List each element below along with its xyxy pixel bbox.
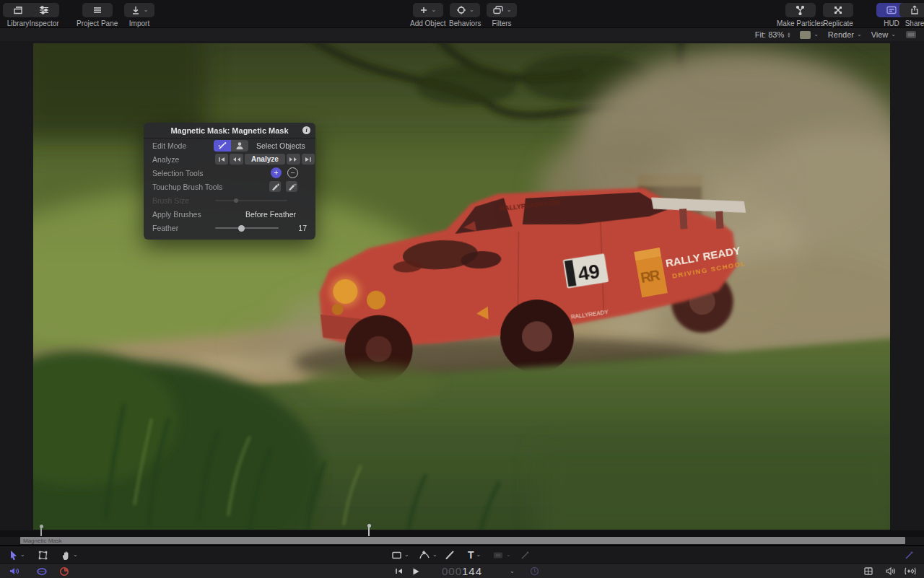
analyze-to-end-button[interactable] bbox=[302, 154, 315, 165]
make-particles-icon bbox=[795, 5, 806, 15]
chevron-down-icon: ⌄ bbox=[507, 7, 512, 13]
frame-display-menu[interactable]: ⌄ bbox=[510, 565, 515, 577]
feather-value: 17 bbox=[298, 224, 307, 232]
text-tool-icon: T bbox=[468, 549, 474, 561]
bezier-tool[interactable]: ⌄ bbox=[419, 548, 437, 561]
rectangle-tool[interactable]: ⌄ bbox=[391, 548, 409, 561]
show-timeline-toggle[interactable] bbox=[863, 565, 873, 577]
magnetic-mask-wand-icon bbox=[520, 551, 530, 560]
behaviors-gear-icon bbox=[456, 5, 466, 15]
audio-toggle[interactable] bbox=[9, 565, 19, 577]
render-label: Render bbox=[828, 30, 854, 39]
apply-brushes-popup[interactable]: Before Feather bbox=[245, 210, 296, 219]
hud-row-brush-size: Brush Size bbox=[144, 193, 315, 207]
zoom-level-value: Fit: 83% bbox=[755, 30, 784, 39]
hud-icon bbox=[886, 5, 897, 15]
chevron-down-icon: ⌄ bbox=[20, 552, 25, 558]
inspector-button[interactable]: Inspector bbox=[29, 3, 59, 27]
zoom-level-control[interactable]: Fit: 83% ▲▼ bbox=[755, 30, 790, 39]
add-touchup-brush-button[interactable] bbox=[269, 181, 281, 192]
record-icon bbox=[59, 566, 69, 577]
filters-button[interactable]: ⌄ Filters bbox=[487, 3, 517, 27]
edit-mode-value: Select Objects bbox=[256, 141, 305, 150]
chevron-down-icon: ⌄ bbox=[404, 552, 409, 558]
project-pane-button[interactable]: Project Pane bbox=[77, 3, 118, 27]
layer-bar[interactable]: Magnetic Mask bbox=[20, 537, 905, 544]
hud-title-bar[interactable]: Magnetic Mask: Magnetic Mask i bbox=[144, 123, 315, 139]
record-button[interactable] bbox=[59, 565, 69, 577]
show-keyframes-toggle[interactable] bbox=[904, 565, 917, 577]
playhead-pin[interactable] bbox=[368, 527, 370, 536]
feather-slider[interactable] bbox=[215, 227, 279, 229]
timing-display-toggle[interactable] bbox=[530, 565, 539, 577]
add-selection-tool-button[interactable]: + bbox=[271, 167, 282, 178]
chevron-down-icon: ⌄ bbox=[469, 7, 474, 13]
info-icon[interactable]: i bbox=[302, 126, 310, 134]
clock-icon bbox=[530, 566, 539, 576]
previous-frame-button[interactable] bbox=[394, 565, 404, 577]
select-objects-mode-button[interactable] bbox=[231, 140, 248, 152]
magnetic-mask-tool[interactable] bbox=[520, 548, 530, 561]
filmstrip-icon bbox=[863, 566, 873, 576]
mask-shape-icon bbox=[492, 551, 504, 560]
share-button[interactable]: Share bbox=[899, 3, 924, 27]
paint-stroke-tool[interactable] bbox=[445, 548, 455, 561]
import-icon bbox=[131, 5, 141, 15]
render-menu[interactable]: Render ⌄ bbox=[828, 30, 862, 39]
timeline-marker[interactable] bbox=[40, 527, 42, 536]
speaker-icon bbox=[9, 566, 19, 576]
show-audio-timeline-toggle[interactable] bbox=[885, 565, 896, 577]
brush-size-slider[interactable] bbox=[215, 200, 287, 201]
play-button[interactable] bbox=[411, 565, 420, 577]
import-button[interactable]: ⌄ Import bbox=[124, 3, 154, 27]
frame-counter[interactable]: 000144 bbox=[442, 565, 482, 577]
hud-row-touchup: Touchup Brush Tools bbox=[144, 180, 315, 193]
top-toolbar: Library Inspector Project Pane ⌄ Import … bbox=[0, 0, 924, 27]
library-icon bbox=[12, 5, 24, 15]
active-mask-tool-indicator[interactable] bbox=[904, 548, 914, 561]
edit-mode-segmented-control bbox=[214, 140, 248, 152]
chevron-down-icon: ⌄ bbox=[73, 552, 78, 558]
behaviors-button[interactable]: ⌄ Behaviors bbox=[449, 3, 481, 27]
feather-label: Feather bbox=[152, 224, 178, 232]
apply-brushes-label: Apply Brushes bbox=[152, 210, 201, 219]
hud-row-apply-brushes: Apply Brushes Before Feather bbox=[144, 207, 315, 221]
channel-swatch-icon bbox=[800, 31, 811, 39]
magnetic-mask-hud[interactable]: Magnetic Mask: Magnetic Mask i Edit Mode… bbox=[144, 123, 315, 240]
audio-timeline-speaker-icon bbox=[885, 566, 896, 576]
hud-row-selection-tools: Selection Tools + − bbox=[144, 166, 315, 180]
hud-label: HUD bbox=[884, 19, 899, 27]
mask-shape-tool[interactable]: ⌄ bbox=[492, 548, 511, 561]
project-pane-label: Project Pane bbox=[77, 19, 118, 27]
display-layout-icon bbox=[905, 30, 917, 39]
analyze-button[interactable]: Analyze bbox=[245, 154, 285, 165]
transform-tool[interactable] bbox=[38, 548, 48, 561]
chevron-down-icon: ⌄ bbox=[506, 552, 511, 558]
add-object-button[interactable]: ⌄ Add Object bbox=[410, 3, 445, 27]
viewer-canvas[interactable]: 49 RR RALLY READY DRIVING SCHOOL RALLYRE… bbox=[33, 43, 890, 530]
analyze-to-start-button[interactable] bbox=[215, 154, 228, 165]
text-tool[interactable]: T ⌄ bbox=[468, 548, 481, 561]
display-layout-button[interactable] bbox=[905, 30, 917, 39]
subtract-selection-tool-button[interactable]: − bbox=[287, 167, 298, 178]
chevron-down-icon: ⌄ bbox=[891, 32, 896, 38]
analyze-backward-button[interactable] bbox=[230, 154, 243, 165]
loop-playback-toggle[interactable] bbox=[36, 565, 48, 577]
mask-draw-mode-button[interactable] bbox=[214, 140, 231, 152]
replicate-button[interactable]: Replicate bbox=[823, 3, 853, 27]
view-menu[interactable]: View ⌄ bbox=[871, 30, 896, 39]
select-tool[interactable]: ⌄ bbox=[9, 548, 25, 561]
chevron-down-icon: ⌄ bbox=[814, 32, 819, 38]
keyframes-icon bbox=[904, 566, 917, 576]
pan-tool[interactable]: ⌄ bbox=[61, 548, 78, 561]
bezier-pen-icon bbox=[419, 550, 430, 560]
loop-icon bbox=[36, 567, 48, 576]
mini-timeline-strip[interactable] bbox=[0, 530, 924, 537]
channels-control[interactable]: ⌄ bbox=[800, 31, 819, 39]
analyze-forward-button[interactable] bbox=[287, 154, 300, 165]
select-arrow-icon bbox=[9, 550, 18, 561]
stepper-icon: ▲▼ bbox=[787, 32, 790, 38]
make-particles-button[interactable]: Make Particles bbox=[777, 3, 824, 27]
subtract-touchup-brush-button[interactable] bbox=[286, 181, 297, 192]
skip-forward-icon bbox=[304, 156, 313, 163]
